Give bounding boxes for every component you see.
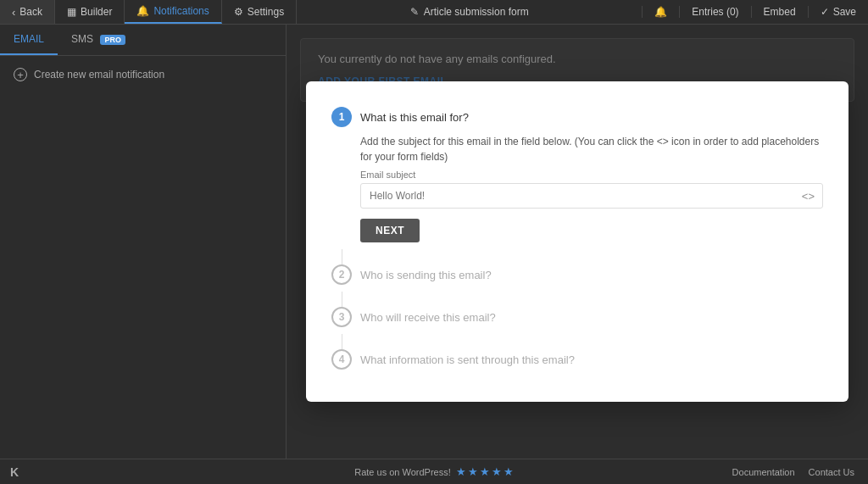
save-label: Save: [833, 6, 856, 18]
step-2: 2 Who is sending this email?: [331, 264, 823, 285]
top-navigation: ‹ Back ▦ Builder 🔔 Notifications ⚙ Setti…: [0, 0, 868, 25]
step-1-description: Add the subject for this email in the fi…: [360, 134, 823, 164]
nav-right-actions: 🔔 Entries (0) Embed ✓ Save: [642, 6, 868, 18]
save-icon: ✓: [821, 6, 829, 18]
star-2: ★: [468, 465, 478, 478]
modal-overlay: 1 What is this email for? Add the subjec…: [287, 25, 868, 459]
builder-button[interactable]: ▦ Builder: [55, 0, 125, 24]
save-button[interactable]: ✓ Save: [808, 6, 868, 18]
step-3-header: 3 Who will receive this email?: [331, 307, 823, 327]
content-area: You currently do not have any emails con…: [287, 25, 868, 459]
step-2-circle: 2: [331, 264, 352, 285]
step-4-header: 4 What information is sent through this …: [331, 349, 823, 370]
next-button[interactable]: NEXT: [360, 219, 420, 242]
entries-label: Entries (0): [692, 6, 738, 18]
star-rating[interactable]: ★ ★ ★ ★ ★: [456, 465, 514, 478]
settings-button[interactable]: ⚙ Settings: [222, 0, 297, 24]
embed-label: Embed: [764, 6, 796, 18]
step-4-title: What information is sent through this em…: [360, 353, 575, 366]
back-label: Back: [19, 6, 42, 18]
create-email-button[interactable]: + Create new email notification: [0, 56, 286, 93]
notifications-button[interactable]: 🔔 Notifications: [125, 0, 221, 24]
star-1: ★: [456, 465, 466, 478]
wizard-modal: 1 What is this email for? Add the subjec…: [306, 81, 849, 402]
step-connector-2-3: [342, 292, 342, 307]
sidebar-tabs: EMAIL SMS PRO: [0, 25, 286, 56]
step-1: 1 What is this email for? Add the subjec…: [331, 107, 823, 242]
step-connector-1-2: [342, 249, 342, 264]
alert-icon: 🔔: [654, 6, 667, 18]
step-4-circle: 4: [331, 349, 352, 370]
footer: K Rate us on WordPress! ★ ★ ★ ★ ★ Docume…: [0, 459, 868, 484]
create-label: Create new email notification: [34, 69, 164, 81]
step-3-circle: 3: [331, 307, 352, 327]
plus-icon: +: [14, 68, 27, 81]
gear-icon: ⚙: [234, 6, 243, 18]
notifications-label: Notifications: [153, 5, 209, 17]
step-1-field-label: Email subject: [360, 170, 823, 180]
tab-email[interactable]: EMAIL: [0, 25, 58, 55]
code-icon[interactable]: <>: [802, 190, 815, 203]
bell-icon: 🔔: [136, 5, 149, 17]
step-1-circle: 1: [331, 107, 352, 127]
rate-text: Rate us on WordPress!: [354, 467, 451, 477]
pro-badge: PRO: [100, 35, 125, 45]
back-icon: ‹: [12, 6, 15, 19]
star-4: ★: [492, 465, 502, 478]
entries-button[interactable]: Entries (0): [679, 6, 750, 18]
step-1-title: What is this email for?: [360, 111, 469, 124]
star-3: ★: [480, 465, 490, 478]
edit-icon: ✎: [410, 6, 419, 18]
step-4: 4 What information is sent through this …: [331, 349, 823, 370]
settings-label: Settings: [248, 6, 284, 18]
form-title: Article submission form: [424, 6, 529, 18]
back-button[interactable]: ‹ Back: [0, 0, 55, 24]
step-2-header: 2 Who is sending this email?: [331, 264, 823, 285]
email-subject-wrapper: <>: [360, 183, 823, 209]
tab-sms[interactable]: SMS PRO: [58, 25, 139, 55]
main-area: EMAIL SMS PRO + Create new email notific…: [0, 25, 868, 459]
footer-links: Documentation Contact Us: [732, 467, 854, 477]
form-title-area: ✎ Article submission form: [297, 6, 642, 18]
star-5: ★: [504, 465, 514, 478]
k-logo: K: [10, 465, 19, 479]
documentation-link[interactable]: Documentation: [732, 467, 795, 477]
embed-button[interactable]: Embed: [751, 6, 808, 18]
step-1-body: Add the subject for this email in the fi…: [360, 134, 823, 242]
step-1-header: 1 What is this email for?: [331, 107, 823, 127]
contact-link[interactable]: Contact Us: [809, 467, 854, 477]
builder-icon: ▦: [67, 6, 76, 18]
footer-center: Rate us on WordPress! ★ ★ ★ ★ ★: [354, 465, 514, 478]
bell-nav-icon[interactable]: 🔔: [642, 6, 679, 18]
step-2-title: Who is sending this email?: [360, 269, 492, 281]
step-connector-3-4: [342, 334, 342, 349]
builder-label: Builder: [81, 6, 112, 18]
step-3: 3 Who will receive this email?: [331, 307, 823, 327]
step-3-title: Who will receive this email?: [360, 311, 496, 324]
email-subject-input[interactable]: [360, 183, 823, 209]
sidebar: EMAIL SMS PRO + Create new email notific…: [0, 25, 287, 459]
